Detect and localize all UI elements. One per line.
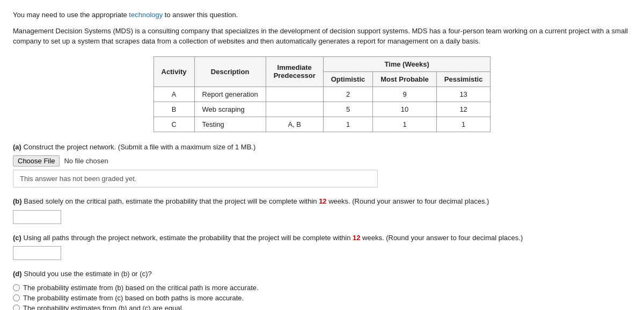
part-b-highlight: 12 — [319, 197, 326, 205]
part-b-text-before: Based solely on the critical path, estim… — [24, 197, 319, 205]
intro-text: You may need to use the appropriate tech… — [13, 10, 631, 20]
time-header: Time (Weeks) — [323, 56, 491, 71]
part-b-section: (b) Based solely on the critical path, e… — [13, 196, 631, 224]
cell-optimistic: 1 — [323, 117, 373, 132]
radio-label-0: The probability estimate from (b) based … — [23, 284, 259, 292]
radio-label-2: The probability estimates from (b) and (… — [23, 304, 184, 311]
part-a-label: (a) Construct the project network. (Subm… — [13, 142, 631, 153]
col-pessimistic: Pessimistic — [436, 71, 491, 86]
cell-optimistic: 2 — [323, 86, 373, 102]
radio-item: The probability estimate from (b) based … — [13, 284, 631, 292]
radio-group: The probability estimate from (b) based … — [13, 284, 631, 311]
part-a-text: Construct the project network. (Submit a… — [24, 143, 256, 151]
technology-link[interactable]: technology — [129, 11, 163, 19]
cell-description: Web scraping — [194, 102, 266, 117]
file-input-row: Choose File No file chosen — [13, 155, 631, 167]
part-b-input[interactable] — [13, 210, 61, 224]
part-a-section: (a) Construct the project network. (Subm… — [13, 142, 631, 188]
cell-predecessor — [266, 86, 323, 102]
activity-table: Activity Description ImmediatePredecesso… — [153, 56, 491, 132]
cell-most-probable: 1 — [373, 117, 437, 132]
table-row: C Testing A, B 1 1 1 — [153, 117, 491, 132]
col-optimistic: Optimistic — [323, 71, 373, 86]
part-c-input[interactable] — [13, 246, 61, 260]
radio-option-1[interactable] — [13, 294, 20, 301]
col-predecessor: ImmediatePredecessor — [266, 56, 323, 86]
intro-line2: to answer this question. — [163, 11, 238, 19]
cell-description: Testing — [194, 117, 266, 132]
cell-activity: C — [153, 117, 194, 132]
radio-option-2[interactable] — [13, 305, 20, 311]
cell-description: Report generation — [194, 86, 266, 102]
cell-most-probable: 9 — [373, 86, 437, 102]
table-row: B Web scraping 5 10 12 — [153, 102, 491, 117]
part-c-highlight: 12 — [353, 234, 360, 242]
part-b-label: (b) Based solely on the critical path, e… — [13, 196, 631, 207]
col-description: Description — [194, 56, 266, 86]
part-d-text: Should you use the estimate in (b) or (c… — [24, 270, 151, 278]
grading-text: This answer has not been graded yet. — [20, 175, 137, 183]
cell-pessimistic: 13 — [436, 86, 491, 102]
grading-box: This answer has not been graded yet. — [13, 170, 378, 188]
cell-activity: A — [153, 86, 194, 102]
intro-line1: You may need to use the appropriate — [13, 11, 129, 19]
cell-most-probable: 10 — [373, 102, 437, 117]
cell-activity: B — [153, 102, 194, 117]
cell-optimistic: 5 — [323, 102, 373, 117]
radio-item: The probability estimate from (c) based … — [13, 294, 631, 302]
cell-predecessor — [266, 102, 323, 117]
col-most-probable: Most Probable — [373, 71, 437, 86]
no-file-label: No file chosen — [64, 157, 108, 165]
cell-pessimistic: 1 — [436, 117, 491, 132]
radio-option-0[interactable] — [13, 284, 20, 291]
part-c-section: (c) Using all paths through the project … — [13, 233, 631, 261]
company-description: Management Decision Systems (MDS) is a c… — [13, 26, 631, 47]
cell-predecessor: A, B — [266, 117, 323, 132]
part-d-section: (d) Should you use the estimate in (b) o… — [13, 269, 631, 310]
part-d-label: (d) Should you use the estimate in (b) o… — [13, 269, 631, 279]
table-row: A Report generation 2 9 13 — [153, 86, 491, 102]
cell-pessimistic: 12 — [436, 102, 491, 117]
radio-label-1: The probability estimate from (c) based … — [23, 294, 244, 302]
activity-table-wrapper: Activity Description ImmediatePredecesso… — [13, 56, 631, 132]
part-c-text-after: weeks. (Round your answer to four decima… — [360, 234, 523, 242]
col-activity: Activity — [153, 56, 194, 86]
radio-item: The probability estimates from (b) and (… — [13, 304, 631, 311]
part-b-text-after: weeks. (Round your answer to four decima… — [327, 197, 489, 205]
part-c-label: (c) Using all paths through the project … — [13, 233, 631, 243]
part-c-text-before: Using all paths through the project netw… — [24, 234, 353, 242]
choose-file-button[interactable]: Choose File — [13, 155, 60, 167]
